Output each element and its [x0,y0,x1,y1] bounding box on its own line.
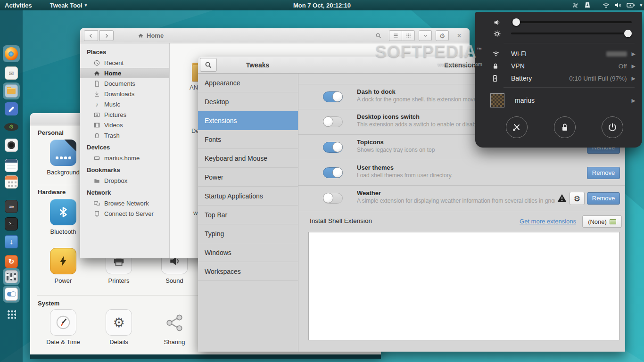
desktop-icons-toggle[interactable] [323,116,343,127]
tweaks-nav-typing[interactable]: Typing [198,224,298,243]
dock-item-mail[interactable]: ✉ [3,65,19,81]
battery-charging-icon[interactable] [627,2,635,8]
extension-settings-gear-icon[interactable]: ⚙ [570,192,585,205]
remove-button[interactable]: Remove [587,192,620,205]
lock-icon [561,123,569,132]
dock-item-terminal[interactable]: >_ [3,216,19,232]
back-button[interactable] [84,30,98,41]
activities-button[interactable]: Activities [0,0,37,10]
menu-item-wifi[interactable]: Wi-Fi ▶ [475,48,642,60]
tray-app-icon[interactable] [572,2,579,9]
weather-toggle[interactable] [323,193,343,204]
dock-item-downloads[interactable]: ↓ [3,234,19,250]
dock-item-camera[interactable] [3,137,19,153]
close-icon[interactable]: × [453,30,466,41]
power-button[interactable] [602,116,623,138]
volume-slider-knob[interactable] [512,18,520,26]
settings-section-personal: Personal [38,129,64,136]
tray-download-icon[interactable] [584,1,591,9]
menu-item-user[interactable]: marius ▶ [475,92,642,109]
camera-lens-icon [5,139,18,152]
dash-to-dock-toggle[interactable] [323,91,343,102]
sidebar-item-recent[interactable]: Recent [80,58,169,68]
sidebar-item-marius-home[interactable]: marius.home [80,153,169,163]
apps-grid-icon [7,309,16,319]
settings-item-sharing[interactable]: Sharing [147,309,202,346]
tweaks-nav-appearance[interactable]: Appearance [198,74,298,92]
tweaks-nav-keyboard-mouse[interactable]: Keyboard and Mouse [198,149,298,168]
warning-icon [557,194,567,202]
tweaks-nav-extensions[interactable]: Extensions [198,111,298,130]
sidebar-item-music[interactable]: ♪ Music [80,99,169,109]
clock[interactable]: Mon 7 Oct, 20:12:10 [289,0,355,10]
volume-slider[interactable] [511,21,632,23]
dock-item-tweak-sliders[interactable] [3,269,19,285]
app-menu-button[interactable]: Tweak Tool ▾ [45,0,91,10]
wifi-icon[interactable] [603,2,610,8]
dock-item-videos[interactable]: »» [3,198,19,214]
dock-item-firefox[interactable] [3,46,19,62]
settings-item-datetime[interactable]: Date & Time [36,309,91,346]
sidebar-item-connect-to-server[interactable]: Connect to Server [80,208,169,219]
topicons-toggle[interactable] [323,142,343,153]
lock-button[interactable] [554,116,576,138]
sidebar-item-home[interactable]: Home [80,68,169,78]
tweaks-nav-workspaces[interactable]: Workspaces [198,262,298,281]
volume-muted-icon[interactable] [614,2,622,8]
tweaks-nav-desktop[interactable]: Desktop [198,92,298,111]
remove-button[interactable]: Remove [587,167,620,179]
menu-item-battery[interactable]: Battery 0:10 Until Full (97%) ▶ [475,72,642,84]
forward-button[interactable] [99,30,114,41]
tweaks-nav-startup-applications[interactable]: Startup Applications [198,187,298,206]
dock-item-show-apps[interactable] [3,306,19,322]
tweaks-nav-windows[interactable]: Windows [198,243,298,262]
gear-icon[interactable]: ⚙ [436,30,449,41]
location-breadcrumb[interactable]: Home [132,30,169,41]
extension-row-user-themes: User themes Load shell themes from user … [298,160,625,186]
sidebar-item-dropbox[interactable]: Dropbox [80,175,169,186]
tweaks-nav-top-bar[interactable]: Top Bar [198,206,298,224]
dock-item-screen-settings[interactable]: ⚙ [3,119,19,135]
brightness-slider-row [475,28,642,39]
submenu-arrow-icon: ▶ [632,51,636,57]
power-icon [608,123,617,132]
brightness-slider-knob[interactable] [624,30,632,37]
dock-item-software-update[interactable]: ↻ [3,254,19,270]
sidebar-item-videos[interactable]: Videos [80,120,169,130]
sidebar-item-trash[interactable]: Trash [80,130,169,140]
eye-gear-icon: ⚙ [4,123,18,131]
notes-icon [5,159,18,172]
document-icon [93,80,100,87]
dock-item-files[interactable] [3,83,19,99]
get-more-extensions-link[interactable]: Get more extensions [520,218,576,225]
dock-item-notes[interactable] [3,157,19,173]
dock-item-calculator[interactable] [3,174,19,190]
mail-icon: ✉ [5,66,18,80]
list-view-icon[interactable] [389,30,402,41]
extension-file-chooser-button[interactable]: (None) [582,215,622,228]
search-icon[interactable] [372,30,385,41]
brightness-slider[interactable] [511,33,632,34]
sidebar-item-documents[interactable]: Documents [80,78,169,89]
search-icon[interactable] [200,58,217,72]
settings-item-details[interactable]: ⚙ Details [91,309,146,346]
extension-drop-area[interactable] [308,232,619,340]
menu-item-vpn[interactable]: VPN Off ▶ [475,60,642,72]
file-manager-sidebar: Places Recent Home Documents Downloads ♪… [80,43,170,258]
chevron-down-icon[interactable] [419,30,432,41]
user-themes-toggle[interactable] [323,167,343,178]
calculator-icon [5,175,18,189]
grid-view-icon[interactable] [402,30,415,41]
sidebar-item-downloads[interactable]: Downloads [80,89,169,99]
dock-item-toggle-app[interactable] [3,286,19,302]
battery-icon [492,74,504,82]
settings-button[interactable] [506,116,528,138]
tweaks-nav-fonts[interactable]: Fonts [198,130,298,149]
tweaks-nav-power[interactable]: Power [198,168,298,187]
camera-icon [93,111,100,118]
film-icon: »» [5,200,18,213]
sidebar-item-pictures[interactable]: Pictures [80,109,169,120]
dock-item-paint[interactable] [3,101,19,117]
sidebar-item-browse-network[interactable]: Browse Network [80,198,169,208]
chevron-down-icon[interactable]: ▾ [640,3,642,8]
